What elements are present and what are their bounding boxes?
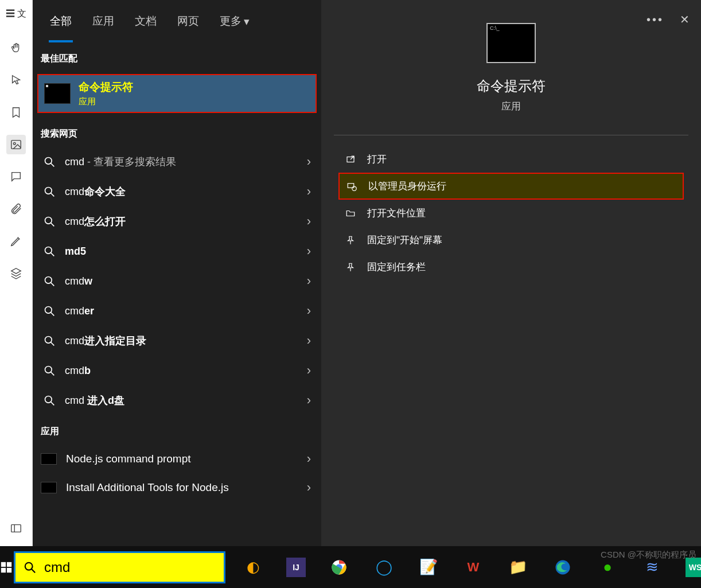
best-match-subtitle: 应用	[79, 96, 133, 107]
taskbar-app-wps[interactable]: W	[462, 556, 485, 579]
folder-icon	[344, 208, 357, 219]
web-result-item[interactable]: cmd命令大全›	[33, 177, 321, 207]
search-icon	[43, 246, 56, 257]
preview-action-folder[interactable]: 打开文件位置	[321, 200, 701, 227]
svg-rect-28	[1, 567, 6, 572]
bookmark-icon[interactable]	[6, 103, 26, 122]
chevron-right-icon: ›	[307, 244, 311, 259]
app-result-label: Node.js command prompt	[66, 451, 298, 466]
chevron-right-icon: ›	[307, 214, 311, 229]
preview-subtitle: 应用	[501, 100, 521, 113]
search-icon	[43, 156, 56, 168]
svg-line-17	[51, 342, 54, 346]
more-options-icon[interactable]: •••	[647, 13, 664, 26]
svg-line-11	[51, 253, 54, 256]
svg-rect-29	[7, 567, 11, 572]
web-result-item[interactable]: cmd怎么打开›	[33, 207, 321, 236]
pen-icon[interactable]	[6, 231, 26, 251]
best-match-item[interactable]: 命令提示符 应用	[37, 74, 317, 113]
app-result-item[interactable]: Node.js command prompt›	[33, 445, 321, 473]
web-result-item[interactable]: md5›	[33, 236, 321, 266]
open-icon	[344, 154, 357, 165]
web-result-item[interactable]: cmd 进入d盘›	[33, 385, 321, 415]
taskbar-app-webstorm[interactable]: WS	[686, 558, 701, 577]
preview-action-label: 以管理员身份运行	[368, 180, 446, 193]
cursor-tool-icon[interactable]	[6, 71, 26, 90]
cmd-app-icon	[44, 83, 71, 104]
taskbar-app-assist[interactable]: ◯	[372, 556, 395, 579]
taskbar-app-notepad[interactable]: 📝	[417, 556, 440, 579]
svg-line-5	[51, 163, 54, 167]
tab-more[interactable]: 更多▾	[209, 0, 260, 42]
taskbar-app-edge[interactable]	[551, 556, 574, 579]
search-icon	[43, 365, 56, 376]
taskbar-app-safe[interactable]: ◐	[242, 556, 264, 579]
svg-line-21	[51, 402, 54, 406]
svg-point-8	[45, 217, 52, 224]
web-result-item[interactable]: cmdw›	[33, 266, 321, 296]
svg-line-31	[32, 568, 35, 572]
app-result-item[interactable]: Install Additional Tools for Node.js›	[33, 473, 321, 502]
svg-point-6	[45, 188, 52, 194]
paperclip-icon[interactable]	[6, 199, 26, 219]
web-result-item[interactable]: cmd - 查看更多搜索结果›	[33, 147, 321, 177]
taskbar-app-intellij[interactable]: IJ	[286, 558, 306, 577]
web-result-item[interactable]: cmd进入指定目录›	[33, 326, 321, 356]
terminal-app-icon	[41, 453, 57, 465]
tab-apps[interactable]: 应用	[82, 0, 124, 42]
web-result-label: cmd进入指定目录	[65, 334, 298, 348]
chevron-right-icon: ›	[307, 333, 311, 348]
taskbar-app-wechat[interactable]: ●	[596, 556, 619, 579]
taskbar-app-net[interactable]: ≋	[641, 556, 664, 579]
svg-point-30	[25, 562, 33, 570]
chevron-right-icon: ›	[307, 480, 313, 495]
preview-action-admin[interactable]: 以管理员身份运行	[338, 173, 684, 200]
web-result-item[interactable]: cmdb›	[33, 356, 321, 385]
svg-line-7	[51, 193, 54, 197]
best-match-title: 命令提示符	[79, 80, 133, 95]
close-icon[interactable]: ✕	[680, 13, 690, 26]
windows-taskbar: ◐ IJ ◯ 📝 W 📁 ● ≋ WS	[0, 546, 701, 588]
chevron-right-icon: ›	[307, 451, 313, 466]
preview-action-pin-start[interactable]: 固定到"开始"屏幕	[321, 227, 701, 254]
tab-all[interactable]: 全部	[40, 0, 82, 42]
search-icon	[24, 561, 36, 574]
web-result-item[interactable]: cmder›	[33, 296, 321, 326]
editor-activity-bar: ☰ 文	[0, 0, 33, 546]
search-icon	[43, 186, 56, 197]
chevron-right-icon: ›	[307, 184, 311, 199]
result-preview-pane: ••• ✕ 命令提示符 应用 打开以管理员身份运行打开文件位置固定到"开始"屏幕…	[321, 0, 701, 546]
svg-line-15	[51, 313, 54, 316]
svg-point-20	[45, 396, 52, 403]
taskbar-search-input[interactable]	[44, 559, 216, 575]
app-result-label: Install Additional Tools for Node.js	[66, 480, 298, 495]
app-result-list: Node.js command prompt›Install Additiona…	[33, 445, 321, 502]
svg-rect-27	[7, 562, 11, 566]
taskbar-search-box[interactable]	[14, 551, 225, 583]
hand-tool-icon[interactable]	[6, 38, 26, 58]
web-result-label: cmd - 查看更多搜索结果	[65, 155, 298, 169]
search-icon	[43, 275, 56, 287]
layers-icon[interactable]	[6, 263, 26, 283]
svg-rect-2	[11, 525, 21, 532]
image-icon[interactable]	[6, 135, 26, 154]
taskbar-pinned-apps: ◐ IJ ◯ 📝 W 📁 ● ≋ WS	[242, 556, 701, 579]
web-result-label: cmd命令大全	[65, 185, 298, 198]
svg-point-1	[13, 142, 15, 145]
search-icon	[43, 216, 56, 227]
start-button[interactable]	[0, 546, 13, 588]
taskbar-app-chrome[interactable]	[328, 556, 350, 579]
taskbar-app-explorer[interactable]: 📁	[507, 556, 529, 579]
preview-title: 命令提示符	[477, 77, 546, 95]
chevron-right-icon: ›	[307, 274, 311, 289]
svg-point-14	[45, 307, 52, 314]
sidebar-toggle-icon[interactable]	[6, 519, 26, 538]
activity-bar-header: ☰ 文	[6, 6, 26, 26]
preview-action-open[interactable]: 打开	[321, 146, 701, 173]
tab-documents[interactable]: 文档	[124, 0, 167, 42]
chat-icon[interactable]	[6, 167, 26, 186]
chevron-down-icon: ▾	[244, 15, 250, 28]
tab-web[interactable]: 网页	[167, 0, 209, 42]
preview-action-pin-taskbar[interactable]: 固定到任务栏	[321, 254, 701, 281]
web-result-label: cmdb	[65, 365, 298, 377]
